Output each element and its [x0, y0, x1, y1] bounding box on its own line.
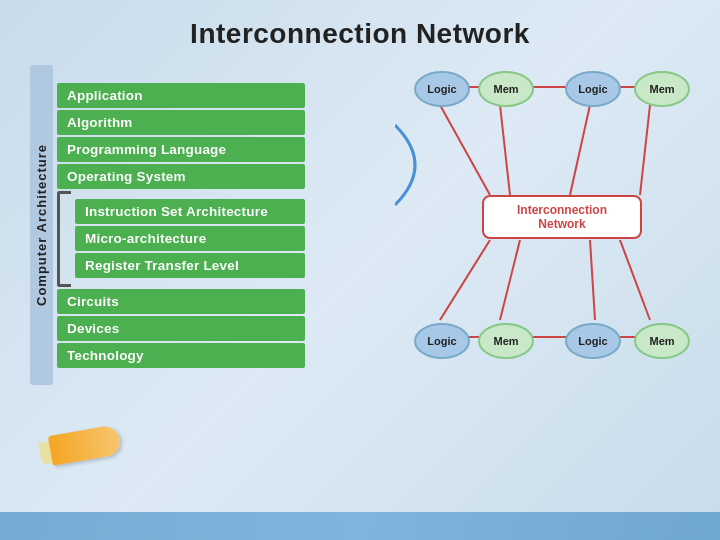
- right-section: Logic Mem Logic Mem Interconnection Netw…: [410, 65, 720, 365]
- network-diagram: Logic Mem Logic Mem Interconnection Netw…: [410, 65, 720, 365]
- svg-line-2: [570, 105, 590, 195]
- node-top-mem-1: Mem: [478, 71, 534, 107]
- layer-list: Application Algorithm Programming Langua…: [57, 83, 305, 368]
- list-item-algorithm: Algorithm: [57, 110, 305, 135]
- node-top-logic-2: Logic: [565, 71, 621, 107]
- node-bottom-logic-1: Logic: [414, 323, 470, 359]
- list-item-register: Register Transfer Level: [75, 253, 305, 278]
- slide: Interconnection Network Computer Archite…: [0, 0, 720, 540]
- node-bottom-mem-1: Mem: [478, 323, 534, 359]
- list-item-isa: Instruction Set Architecture: [75, 199, 305, 224]
- vertical-architecture-label: Computer Architecture: [30, 65, 53, 385]
- node-bottom-mem-2: Mem: [634, 323, 690, 359]
- node-top-logic-1: Logic: [414, 71, 470, 107]
- svg-line-3: [640, 105, 650, 195]
- svg-line-5: [500, 240, 520, 320]
- list-item-operating-system: Operating System: [57, 164, 305, 189]
- list-item-programming-language: Programming Language: [57, 137, 305, 162]
- slide-title: Interconnection Network: [0, 0, 720, 60]
- list-item-application: Application: [57, 83, 305, 108]
- node-top-mem-2: Mem: [634, 71, 690, 107]
- bracket-and-list: Application Algorithm Programming Langua…: [53, 83, 305, 368]
- content-area: Computer Architecture Application Algori…: [0, 65, 720, 385]
- list-item-micro-arch: Micro-architecture: [75, 226, 305, 251]
- interconnection-network-box: Interconnection Network: [482, 195, 642, 239]
- list-item-devices: Devices: [57, 316, 305, 341]
- left-section: Computer Architecture Application Algori…: [30, 65, 390, 385]
- list-item-circuits: Circuits: [57, 289, 305, 314]
- svg-line-6: [590, 240, 595, 320]
- bottom-bar: [0, 512, 720, 540]
- svg-line-1: [500, 105, 510, 195]
- svg-line-0: [440, 105, 490, 195]
- svg-line-7: [620, 240, 650, 320]
- node-bottom-logic-2: Logic: [565, 323, 621, 359]
- svg-line-4: [440, 240, 490, 320]
- list-item-technology: Technology: [57, 343, 305, 368]
